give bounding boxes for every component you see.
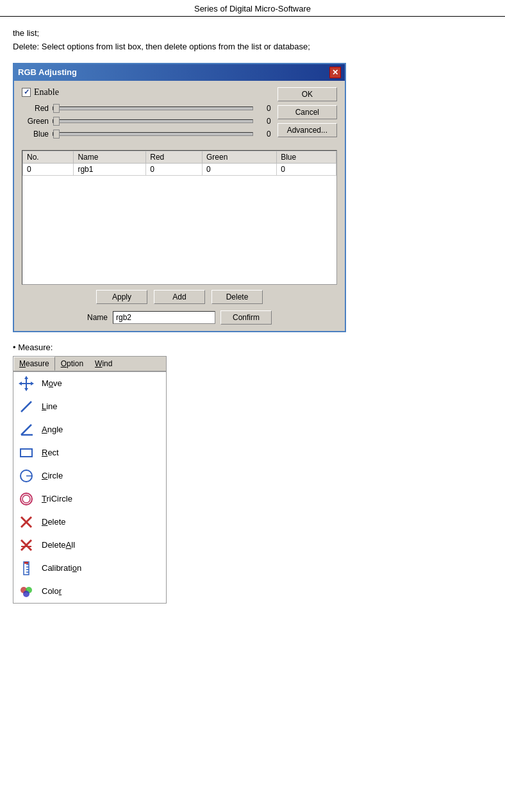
col-name: Name (74, 151, 146, 163)
col-green: Green (202, 151, 276, 163)
delete-label: Delete (42, 517, 66, 527)
col-no: No. (23, 151, 74, 163)
svg-point-13 (22, 495, 30, 503)
green-label: Green (22, 117, 49, 126)
ok-button[interactable]: OK (277, 87, 337, 101)
tab-measure[interactable]: Measure (13, 357, 55, 371)
dialog-title: RGB Adjusting (18, 67, 77, 77)
measure-item-line[interactable]: Line (13, 395, 166, 418)
measure-item-circle[interactable]: Circle (13, 464, 166, 487)
name-label: Name (87, 313, 108, 322)
measure-item-tricircle[interactable]: TriCircle (13, 487, 166, 511)
svg-rect-9 (21, 449, 32, 457)
intro-line1: the list; (13, 27, 492, 40)
green-value: 0 (257, 117, 271, 126)
blue-slider[interactable] (53, 132, 253, 136)
cancel-button[interactable]: Cancel (277, 105, 337, 119)
move-icon (17, 375, 35, 393)
rect-icon (17, 444, 35, 462)
deleteall-label: DeleteAll (42, 540, 75, 550)
svg-rect-24 (24, 562, 28, 564)
measure-item-delete[interactable]: Delete (13, 511, 166, 534)
deleteall-icon (17, 536, 35, 554)
tab-option[interactable]: Option (55, 357, 89, 371)
svg-line-7 (21, 425, 31, 435)
tricircle-label: TriCircle (42, 494, 72, 503)
calibration-label: Calibration (42, 563, 81, 573)
apply-button[interactable]: Apply (96, 290, 147, 304)
measure-item-angle[interactable]: Angle (13, 418, 166, 441)
measure-item-rect[interactable]: Rect (13, 441, 166, 464)
red-slider[interactable] (53, 106, 253, 110)
delete-button[interactable]: Delete (211, 290, 263, 304)
tab-wind[interactable]: Wind (89, 357, 118, 371)
name-row: Name Confirm (22, 310, 337, 325)
col-red: Red (146, 151, 203, 163)
advanced-button[interactable]: Advanced... (277, 123, 337, 137)
color-icon (17, 582, 35, 600)
svg-marker-4 (19, 382, 22, 385)
blue-value: 0 (257, 130, 271, 139)
line-icon (17, 398, 35, 416)
measure-menu-bar: Measure Option Wind (13, 356, 167, 371)
confirm-button[interactable]: Confirm (220, 310, 272, 325)
measure-section: • Measure: Measure Option Wind (13, 343, 492, 604)
col-blue: Blue (277, 151, 336, 163)
red-value: 0 (257, 104, 271, 113)
intro-text: the list; Delete: Select options from li… (13, 27, 492, 54)
rgb-table-container: No. Name Red Green Blue 0rgb1000 (22, 150, 337, 285)
red-label: Red (22, 104, 49, 113)
circle-label: Circle (42, 471, 63, 480)
circle-icon (17, 467, 35, 485)
angle-label: Angle (42, 425, 63, 434)
svg-line-6 (21, 402, 31, 412)
measure-item-deleteall[interactable]: DeleteAll (13, 534, 166, 557)
rgb-dialog: RGB Adjusting ✕ Enable Red (13, 63, 346, 332)
page-header: Series of Digital Micro-Software (0, 0, 505, 17)
rgb-table: No. Name Red Green Blue 0rgb1000 (22, 151, 336, 176)
svg-marker-2 (24, 376, 28, 379)
color-label: Color (42, 586, 62, 596)
dialog-right-buttons: OK Cancel Advanced... (277, 87, 337, 145)
bottom-buttons: Apply Add Delete (22, 290, 337, 304)
measure-list: Move Line Angle (13, 371, 167, 604)
dialog-titlebar: RGB Adjusting ✕ (14, 64, 345, 81)
add-button[interactable]: Add (154, 290, 205, 304)
svg-point-27 (23, 591, 29, 597)
calibration-icon (17, 559, 35, 577)
delete-icon (17, 513, 35, 531)
bullet-measure: • Measure: (13, 343, 492, 352)
header-title: Series of Digital Micro-Software (194, 4, 311, 13)
table-row[interactable]: 0rgb1000 (23, 163, 336, 175)
measure-item-move[interactable]: Move (13, 372, 166, 395)
svg-marker-5 (31, 382, 34, 385)
move-label: Move (42, 378, 62, 388)
measure-item-color[interactable]: Color (13, 580, 166, 603)
name-input[interactable] (113, 311, 215, 324)
measure-item-calibration[interactable]: Calibration (13, 557, 166, 580)
tricircle-icon (17, 490, 35, 508)
green-slider[interactable] (53, 119, 253, 123)
enable-checkbox[interactable] (22, 88, 31, 97)
svg-marker-3 (24, 388, 28, 391)
line-label: Line (42, 402, 58, 411)
angle-icon (17, 421, 35, 439)
enable-label: Enable (34, 87, 59, 97)
blue-label: Blue (22, 130, 49, 139)
intro-line2: Delete: Select options from list box, th… (13, 40, 492, 54)
dialog-close-button[interactable]: ✕ (329, 67, 341, 78)
rect-label: Rect (42, 448, 59, 457)
